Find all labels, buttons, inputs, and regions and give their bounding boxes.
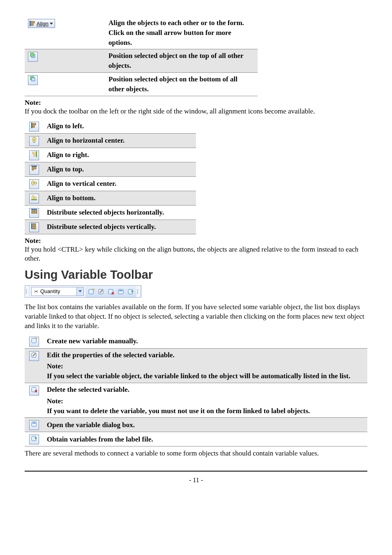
var-obtain-button[interactable] bbox=[126, 287, 135, 296]
svg-point-36 bbox=[35, 291, 37, 292]
note-heading-inline: Note: bbox=[47, 396, 364, 406]
svg-rect-7 bbox=[30, 53, 34, 56]
svg-rect-26 bbox=[32, 196, 34, 199]
note-body: If you dock the toolbar on the left or t… bbox=[25, 107, 367, 116]
svg-rect-27 bbox=[35, 197, 36, 199]
svg-rect-23 bbox=[32, 181, 34, 185]
toolbar-grip-end[interactable] bbox=[136, 286, 141, 297]
distribute-h-icon bbox=[29, 208, 39, 218]
align-vcenter-icon bbox=[29, 179, 39, 189]
svg-rect-1 bbox=[31, 24, 33, 25]
variable-combo-text: Quantity bbox=[40, 288, 60, 294]
variable-combo[interactable]: Quantity bbox=[31, 287, 84, 296]
cell-desc: Distribute selected objects horizontally… bbox=[44, 205, 196, 220]
svg-rect-45 bbox=[118, 289, 123, 294]
cell-desc: Obtain variables from the label file. bbox=[44, 432, 367, 446]
align-options-table: Align to left. Align to horizontal cente… bbox=[25, 119, 196, 234]
variable-toolbar: Quantity bbox=[25, 285, 141, 298]
align-right-icon bbox=[29, 150, 39, 160]
svg-rect-0 bbox=[31, 21, 35, 23]
variable-toolbar-table: Create new variable manually. Edit the p… bbox=[25, 334, 367, 447]
page-number: - 11 - bbox=[25, 476, 367, 484]
cell-desc: Position selected object on the bottom o… bbox=[105, 72, 258, 96]
align-menu-icon: Align bbox=[28, 19, 55, 28]
var-delete-button[interactable] bbox=[106, 287, 115, 296]
desc-text: Edit the properties of the selected vari… bbox=[47, 350, 364, 360]
cell-desc: Align to vertical center. bbox=[44, 176, 196, 191]
svg-rect-56 bbox=[32, 422, 37, 426]
align-bottom-icon bbox=[29, 194, 39, 204]
cell-icon bbox=[25, 72, 105, 96]
svg-rect-35 bbox=[32, 228, 36, 229]
variable-combo-dropdown[interactable] bbox=[76, 287, 83, 296]
var-new-button[interactable] bbox=[87, 287, 96, 296]
svg-rect-9 bbox=[32, 78, 35, 81]
svg-rect-14 bbox=[32, 138, 36, 139]
send-back-icon bbox=[28, 75, 38, 85]
cell-desc: Distribute selected objects vertically. bbox=[44, 220, 196, 234]
var-delete-icon bbox=[29, 386, 39, 395]
cell-desc: Edit the properties of the selected vari… bbox=[44, 348, 367, 383]
var-dialog-button[interactable] bbox=[116, 287, 125, 296]
svg-rect-29 bbox=[32, 210, 33, 213]
cell-desc: Align to bottom. bbox=[44, 191, 196, 205]
svg-rect-12 bbox=[32, 126, 35, 127]
var-edit-icon bbox=[29, 351, 39, 361]
var-dialog-icon bbox=[29, 420, 39, 430]
svg-rect-38 bbox=[89, 289, 93, 294]
note-body: If you hold <CTRL> key while clicking on… bbox=[25, 245, 367, 263]
variable-combo-icon bbox=[33, 289, 39, 294]
svg-rect-17 bbox=[32, 152, 36, 154]
cell-desc: Align to right. bbox=[44, 148, 196, 162]
align-hcenter-icon bbox=[29, 136, 39, 146]
footer-rule bbox=[25, 471, 367, 472]
svg-rect-57 bbox=[32, 423, 36, 423]
svg-rect-33 bbox=[32, 224, 36, 225]
var-new-icon bbox=[29, 337, 39, 347]
var-edit-button[interactable] bbox=[97, 287, 106, 296]
cell-desc: Align to horizontal center. bbox=[44, 133, 196, 148]
cell-desc: Align to top. bbox=[44, 162, 196, 176]
align-summary-table: Align Align the objects to each other or… bbox=[25, 16, 258, 96]
var-obtain-icon bbox=[29, 435, 39, 444]
cell-desc: Create new variable manually. bbox=[44, 334, 367, 349]
svg-rect-24 bbox=[35, 182, 36, 184]
desc-text: Delete the selected variable. bbox=[47, 385, 364, 395]
svg-rect-49 bbox=[32, 338, 36, 343]
note-body-inline: If you want to delete the variable, you … bbox=[47, 406, 364, 416]
svg-rect-30 bbox=[34, 210, 35, 213]
distribute-v-icon bbox=[29, 222, 39, 232]
section-heading: Using Variable Toolbar bbox=[25, 268, 367, 282]
svg-rect-21 bbox=[35, 166, 36, 169]
toolbar-grip[interactable] bbox=[25, 286, 30, 297]
cell-icon: Align bbox=[25, 16, 105, 49]
cell-desc: Align the objects to each other or to th… bbox=[105, 16, 258, 49]
align-top-icon bbox=[29, 165, 39, 175]
svg-rect-18 bbox=[34, 155, 36, 156]
align-menu-label: Align bbox=[37, 21, 48, 27]
svg-rect-31 bbox=[36, 210, 37, 213]
svg-rect-34 bbox=[32, 226, 36, 227]
cell-desc: Open the variable dialog box. bbox=[44, 418, 367, 432]
bring-front-icon bbox=[28, 52, 38, 62]
svg-rect-46 bbox=[119, 290, 122, 291]
cell-desc: Align to left. bbox=[44, 119, 196, 134]
body-text: There are several methods to connect a v… bbox=[25, 449, 367, 458]
note-heading: Note: bbox=[25, 237, 367, 245]
align-left-icon bbox=[29, 122, 39, 132]
cell-icon bbox=[25, 49, 105, 73]
note-body-inline: If you select the variable object, the v… bbox=[47, 371, 364, 381]
cell-desc: Delete the selected variable. Note: If y… bbox=[44, 383, 367, 418]
cell-desc: Position selected object on the top of a… bbox=[105, 49, 258, 73]
svg-rect-15 bbox=[33, 140, 35, 142]
body-text: The list box contains the variables avai… bbox=[25, 303, 367, 331]
svg-marker-5 bbox=[50, 23, 53, 25]
svg-rect-20 bbox=[32, 166, 34, 170]
note-heading: Note: bbox=[25, 99, 367, 107]
svg-rect-11 bbox=[32, 123, 36, 125]
svg-marker-37 bbox=[78, 290, 82, 292]
note-heading-inline: Note: bbox=[47, 361, 364, 371]
